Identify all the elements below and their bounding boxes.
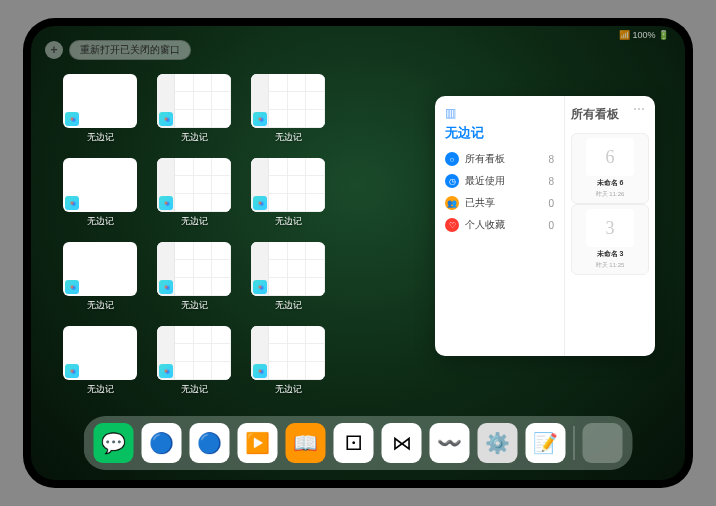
freeform-app-icon: [253, 364, 267, 378]
window-label: 无边记: [181, 215, 208, 228]
dock-app-qq[interactable]: 🔵: [190, 423, 230, 463]
sidebar-item[interactable]: ○所有看板8: [445, 148, 554, 170]
sidebar-item-label: 所有看板: [465, 152, 505, 166]
freeform-app-icon: [65, 364, 79, 378]
screen: 📶 100% 🔋 + 重新打开已关闭的窗口 无边记无边记无边记无边记无边记无边记…: [31, 26, 685, 480]
sidebar-item-label: 个人收藏: [465, 218, 505, 232]
window-thumbnail[interactable]: 无边记: [61, 326, 139, 404]
window-thumbnail[interactable]: 无边记: [155, 242, 233, 320]
window-thumbnail[interactable]: 无边记: [249, 242, 327, 320]
sidebar-toggle-icon[interactable]: ▥: [445, 106, 554, 120]
window-label: 无边记: [87, 215, 114, 228]
board-card[interactable]: 6未命名 6昨天 11:26: [571, 133, 649, 204]
top-bar: + 重新打开已关闭的窗口: [45, 40, 191, 60]
window-thumbnail[interactable]: 无边记: [61, 74, 139, 152]
sidebar-item-count: 0: [548, 220, 554, 231]
dock-separator: [574, 426, 575, 460]
more-icon[interactable]: ⋯: [633, 102, 645, 116]
window-label: 无边记: [181, 383, 208, 396]
panel-sidebar: ▥ 无边记 ○所有看板8◷最近使用8👥已共享0♡个人收藏0: [435, 96, 565, 356]
window-thumbnail[interactable]: 无边记: [249, 158, 327, 236]
window-label: 无边记: [87, 299, 114, 312]
sidebar-item[interactable]: ◷最近使用8: [445, 170, 554, 192]
board-date: 昨天 11:26: [596, 190, 625, 199]
window-thumbnail[interactable]: 无边记: [61, 158, 139, 236]
sidebar-item-label: 已共享: [465, 196, 495, 210]
dock-app-media[interactable]: ▶️: [238, 423, 278, 463]
freeform-app-icon: [65, 280, 79, 294]
window-thumbnail[interactable]: 无边记: [155, 158, 233, 236]
sidebar-item-count: 8: [548, 154, 554, 165]
dock-app-notes[interactable]: 📝: [526, 423, 566, 463]
freeform-app-icon: [253, 280, 267, 294]
category-icon: ♡: [445, 218, 459, 232]
window-thumbnail[interactable]: 无边记: [155, 326, 233, 404]
freeform-app-icon: [65, 196, 79, 210]
board-title: 未命名 6: [597, 178, 624, 188]
sidebar-item-count: 0: [548, 198, 554, 209]
ipad-device: 📶 100% 🔋 + 重新打开已关闭的窗口 无边记无边记无边记无边记无边记无边记…: [23, 18, 693, 488]
sidebar-item-count: 8: [548, 176, 554, 187]
board-preview: 3: [586, 209, 634, 247]
dock-app-wechat[interactable]: 💬: [94, 423, 134, 463]
window-label: 无边记: [275, 215, 302, 228]
dock-app-books[interactable]: 📖: [286, 423, 326, 463]
sidebar-item-label: 最近使用: [465, 174, 505, 188]
window-label: 无边记: [181, 299, 208, 312]
window-thumbnail[interactable]: 无边记: [249, 326, 327, 404]
dock-app-connect[interactable]: ⋈: [382, 423, 422, 463]
window-thumbnail[interactable]: 无边记: [61, 242, 139, 320]
dock-app-dice[interactable]: ⚀: [334, 423, 374, 463]
window-label: 无边记: [275, 383, 302, 396]
category-icon: ○: [445, 152, 459, 166]
panel-title: 无边记: [445, 124, 554, 142]
panel-boards: 所有看板 6未命名 6昨天 11:263未命名 3昨天 11:25: [565, 96, 655, 356]
board-date: 昨天 11:25: [596, 261, 625, 270]
freeform-app-icon: [159, 364, 173, 378]
reopen-closed-window-button[interactable]: 重新打开已关闭的窗口: [69, 40, 191, 60]
window-label: 无边记: [181, 131, 208, 144]
window-label: 无边记: [87, 383, 114, 396]
category-icon: ◷: [445, 174, 459, 188]
sidebar-item[interactable]: 👥已共享0: [445, 192, 554, 214]
board-preview: 6: [586, 138, 634, 176]
category-icon: 👥: [445, 196, 459, 210]
board-title: 未命名 3: [597, 249, 624, 259]
dock-app-freeform[interactable]: 〰️: [430, 423, 470, 463]
freeform-app-icon: [159, 112, 173, 126]
status-bar: 📶 100% 🔋: [619, 30, 669, 40]
window-grid: 无边记无边记无边记无边记无边记无边记无边记无边记无边记无边记无边记无边记: [61, 74, 421, 404]
board-card[interactable]: 3未命名 3昨天 11:25: [571, 204, 649, 275]
dock-folder[interactable]: [583, 423, 623, 463]
freeform-app-icon: [159, 196, 173, 210]
freeform-app-icon: [159, 280, 173, 294]
window-label: 无边记: [87, 131, 114, 144]
freeform-panel[interactable]: ⋯ ▥ 无边记 ○所有看板8◷最近使用8👥已共享0♡个人收藏0 所有看板 6未命…: [435, 96, 655, 356]
new-window-button[interactable]: +: [45, 41, 63, 59]
freeform-app-icon: [253, 112, 267, 126]
dock-app-ucloud[interactable]: 🔵: [142, 423, 182, 463]
window-label: 无边记: [275, 131, 302, 144]
window-label: 无边记: [275, 299, 302, 312]
dock: 💬🔵🔵▶️📖⚀⋈〰️⚙️📝: [84, 416, 633, 470]
window-thumbnail[interactable]: 无边记: [249, 74, 327, 152]
sidebar-item[interactable]: ♡个人收藏0: [445, 214, 554, 236]
freeform-app-icon: [65, 112, 79, 126]
dock-app-settings[interactable]: ⚙️: [478, 423, 518, 463]
freeform-app-icon: [253, 196, 267, 210]
window-thumbnail[interactable]: 无边记: [155, 74, 233, 152]
